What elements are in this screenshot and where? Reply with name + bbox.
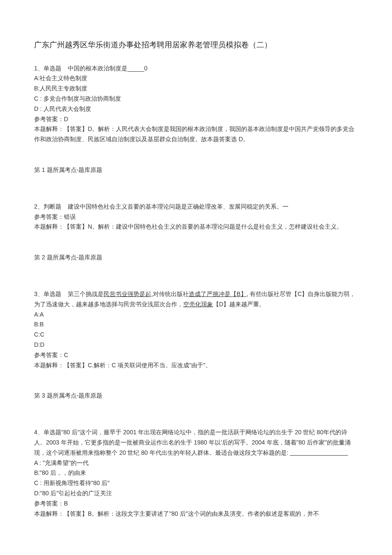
q2-prompt: 2、判断题 建设中国特色社会主义首要的基本理论问题是正确处理改革、发展同稳定的关… (34, 202, 358, 212)
q1-answer: 参考答案：D (34, 114, 358, 125)
question-3: 3、单选题 第三个挑战是民营书业强势是起,对传统出版社造成了严挑冲是【B】, 有… (34, 289, 358, 370)
q3-underline-1: 民营书业强势是起 (104, 291, 151, 297)
q2-label: 2、判断题 (34, 203, 61, 210)
q2-text: 建设中国特色社会主义首要的基本理论问题是正确处理改革、发展同稳定的关系。一 (68, 203, 288, 210)
q3-option-a: A:A (34, 310, 358, 320)
q4-answer: 参考答案：B (34, 499, 358, 509)
q3-underline-2: 造成了严挑冲是【B】 (189, 291, 246, 297)
q3-explanation: 本题解释：【答案】C.解析：C 项关联词使用不当。应改成"由于"。 (34, 360, 358, 371)
q3-prompt: 3、单选题 第三个挑战是民营书业强势是起,对传统出版社造成了严挑冲是【B】, 有… (34, 289, 358, 310)
q1-prompt: 1、单选题 中国的根本政治制度是_____0 (34, 64, 358, 74)
q3-answer: 参考答案：C (34, 350, 358, 360)
q3-option-c: C:C (34, 330, 358, 340)
q2-explanation: 本题解释：【答案】N。解析：建设中国特色社会主义的首要的基本理论问题是什么是社会… (34, 222, 358, 232)
question-1: 1、单选题 中国的根本政治制度是_____0 A:社会主义特色制度 B:人民民主… (34, 64, 358, 145)
q1-explanation: 本题解释：【答案】D。解析：人民代表大会制度是我国的根本政治制度，我国的基本政治… (34, 124, 358, 145)
q3-option-d: D:D (34, 340, 358, 350)
q1-option-d: D : 人民代表大会制度 (34, 104, 358, 114)
q1-text: 中国的根本政治制度是_____0 (68, 65, 147, 72)
q1-option-a: A:社会主义特色制度 (34, 73, 358, 84)
question-4: 4、单选题"80 后"这个词，最早于 2001 年出现在网络论坛中，指的是一批活… (34, 427, 358, 519)
q3-option-b: B:B (34, 320, 358, 330)
q3-category: 第 3 题所属考点-题库原题 (34, 391, 358, 401)
q3-label: 3、单选题 (34, 291, 61, 297)
q1-option-b: B:人民民主专政制度 (34, 84, 358, 94)
q4-label: 4、单选题 (34, 429, 61, 436)
q2-category: 第 2 题所属考点-题库原题 (34, 253, 358, 263)
document-title: 广东广州越秀区华乐街道办事处招考聘用居家养老管理员模拟卷（二） (34, 38, 358, 52)
q4-option-c: C : 用新视角理性看待"80 后" (34, 478, 358, 488)
q4-option-d: D:"80 后"引起社会的广泛关注 (34, 488, 358, 499)
question-2: 2、判断题 建设中国特色社会主义首要的基本理论问题是正确处理改革、发展同稳定的关… (34, 202, 358, 232)
q3-underline-3: 空壳化现象 (183, 301, 213, 308)
q4-blank-underline (290, 449, 348, 456)
q1-label: 1、单选题 (34, 65, 61, 72)
q3-text-after: 【D】越来越严重。 (213, 301, 265, 308)
document-page: 广东广州越秀区华乐街道办事处招考聘用居家养老管理员模拟卷（二） 1、单选题 中国… (0, 0, 392, 548)
q3-text-mid1: ,对传统出版社 (151, 291, 189, 297)
q1-category: 第 1 题所属考点-题库原题 (34, 165, 358, 175)
q1-option-c: C : 多党合作制度与政治协商制度 (34, 94, 358, 104)
q4-option-b: B:"80 后，，的由来 (34, 468, 358, 478)
q4-prompt: 4、单选题"80 后"这个词，最早于 2001 年出现在网络论坛中，指的是一批活… (34, 427, 358, 458)
q3-text-before: 第三个挑战是 (68, 291, 104, 297)
q4-explanation: 本题解释：【答案】B。解析：这段文字主要讲述了"80 后"这个词的由来及演变。作… (34, 509, 358, 519)
q4-option-a: A : "充满希望"的一代 (34, 458, 358, 468)
q2-answer: 参考答案：错误 (34, 212, 358, 222)
